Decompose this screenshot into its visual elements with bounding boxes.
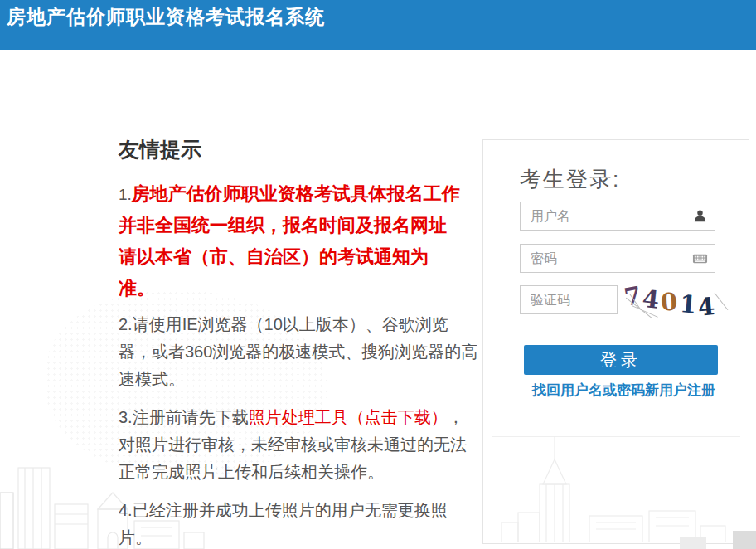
login-button[interactable]: 登录 bbox=[524, 345, 718, 375]
notice-heading: 友情提示 bbox=[119, 136, 480, 163]
captcha-input[interactable] bbox=[520, 285, 618, 314]
decor-block bbox=[680, 537, 706, 549]
forgot-credentials-link[interactable]: 找回用户名或密码 bbox=[532, 381, 645, 400]
photo-tool-download-link[interactable]: 照片处理工具（点击下载） bbox=[249, 408, 448, 426]
captcha-image[interactable]: 74014 bbox=[621, 279, 729, 321]
username-field-wrap bbox=[520, 202, 715, 231]
notice-item-2: 2.请使用IE浏览器（10以上版本）、谷歌浏览器，或者360浏览器的极速模式、搜… bbox=[119, 311, 480, 393]
decor-block bbox=[733, 531, 756, 549]
password-field-wrap bbox=[520, 244, 715, 273]
notice-item-3: 3.注册前请先下载照片处理工具（点击下载），对照片进行审核，未经审核或审核未通过… bbox=[119, 404, 480, 486]
city-skyline-illustration bbox=[490, 436, 742, 542]
login-panel: 考生登录: 74014 bbox=[482, 139, 749, 544]
page-title: 房地产估价师职业资格考试报名系统 bbox=[0, 0, 756, 30]
password-input[interactable] bbox=[520, 244, 715, 273]
username-input[interactable] bbox=[520, 202, 715, 231]
keyboard-icon bbox=[692, 250, 708, 266]
notice-item-1: 1.房地产估价师职业资格考试具体报名工作并非全国统一组织，报名时间及报名网址请以… bbox=[119, 178, 462, 304]
user-icon bbox=[692, 208, 708, 224]
notice-item-1-text: 房地产估价师职业资格考试具体报名工作并非全国统一组织，报名时间及报名网址请以本省… bbox=[119, 183, 460, 299]
notice-section: 友情提示 1.房地产估价师职业资格考试具体报名工作并非全国统一组织，报名时间及报… bbox=[119, 136, 480, 549]
new-user-register-link[interactable]: 新用户注册 bbox=[645, 381, 715, 400]
notice-item-3-prefix: 3.注册前请先下载 bbox=[119, 408, 249, 426]
app-header: 房地产估价师职业资格考试报名系统 bbox=[0, 0, 756, 50]
notice-item-4: 4.已经注册并成功上传照片的用户无需更换照片。 bbox=[119, 497, 480, 549]
login-heading: 考生登录: bbox=[520, 165, 620, 194]
notice-item-1-number: 1. bbox=[119, 186, 132, 203]
captcha-field-wrap bbox=[520, 285, 618, 314]
